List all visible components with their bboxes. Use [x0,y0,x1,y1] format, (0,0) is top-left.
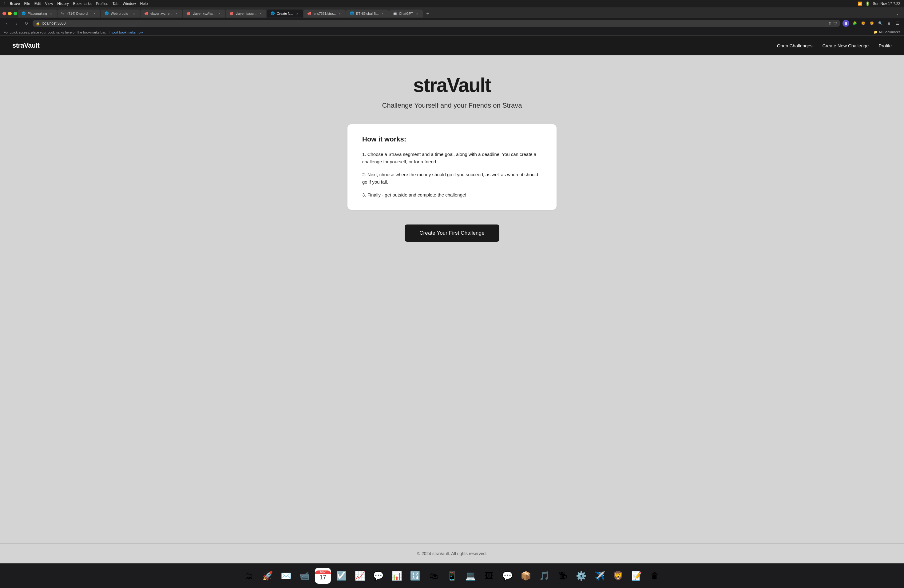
menu-help[interactable]: Help [140,2,148,6]
how-it-works-card: How it works: 1. Choose a Strava segment… [348,124,556,210]
navbar-brand[interactable]: straVault [12,41,40,49]
dock-app-numbers[interactable]: 🔢 [407,568,423,584]
menu-tab[interactable]: Tab [112,2,119,6]
how-it-works-title: How it works: [362,135,542,143]
brave-shield-icon[interactable]: 🦁 [860,20,866,27]
tab-close-icon[interactable]: × [217,11,221,16]
bookmarks-bar-text: For quick access, place your bookmarks h… [4,30,106,34]
new-tab-button[interactable]: + [424,9,432,18]
address-bar-row: ‹ › ↻ 🔒 localhost:3000 ⬆ 🛡 S 🧩 🦁 🦁 🔍 ⊟ ☰ [0,18,904,29]
dock-app-brave[interactable]: 🦁 [610,568,626,584]
dock-app-finder[interactable]: 🗂 [241,568,257,584]
tab-label: ChatGPT [399,12,413,15]
dock-app-keka[interactable]: 🗜 [555,568,571,584]
browser-tab[interactable]: 🌐 Placemaking × [18,9,57,17]
menu-history[interactable]: History [57,2,69,6]
browser-tab-active[interactable]: 🌐 Create N... × [267,9,303,17]
dock-app-reminders[interactable]: ☑️ [333,568,349,584]
menu-edit[interactable]: Edit [35,2,41,6]
dock-app-transloader[interactable]: 📦 [518,568,534,584]
dock-app-keynote[interactable]: 📊 [389,568,405,584]
menu-view[interactable]: View [45,2,53,6]
tab-favicon: 🌐 [22,11,26,16]
dock-app-launchpad[interactable]: 🚀 [259,568,275,584]
search-icon[interactable]: 🔍 [877,20,884,27]
tab-label: vlayer-xyz/ha... [193,12,215,15]
tab-label: ETHGlobal B... [356,12,379,15]
profile-icon[interactable]: S [842,20,849,27]
dock-app-notes[interactable]: 📝 [629,568,645,584]
tab-label: tms7331/stra... [313,12,336,15]
menu-file[interactable]: File [24,2,30,6]
dock-app-mail[interactable]: ✉️ [278,568,294,584]
menu-window[interactable]: Window [123,2,136,6]
tab-close-icon[interactable]: × [258,11,262,16]
traffic-light-red[interactable] [2,12,6,15]
dock-app-trash[interactable]: 🗑 [647,568,663,584]
sidebar-icon[interactable]: ⊟ [885,20,892,27]
hero-title: straVault [413,74,491,96]
footer-text: © 2024 straVault. All rights reserved. [417,551,487,556]
tab-close-icon[interactable]: × [174,11,179,16]
back-button[interactable]: ‹ [3,20,11,27]
browser-tab[interactable]: 🐙 vlayer-xyz/ha... × [183,9,225,17]
extensions-icon[interactable]: 🧩 [851,20,858,27]
address-bar[interactable]: 🔒 localhost:3000 ⬆ 🛡 [33,20,840,27]
menu-profiles[interactable]: Profiles [96,2,108,6]
dock-app-calendar[interactable]: NOV 17 [315,568,331,584]
dock-app-facetime[interactable]: 📹 [296,568,312,584]
forward-button[interactable]: › [13,20,20,27]
profile-link[interactable]: Profile [879,43,892,48]
dock-app-iphone-mirror[interactable]: 📱 [444,568,460,584]
browser-tab[interactable]: 🗨 (714) Discord... × [57,9,100,17]
traffic-light-yellow[interactable] [8,12,12,15]
shield-icon[interactable]: 🛡 [833,21,837,25]
tab-close-icon[interactable]: × [295,11,299,16]
traffic-light-green[interactable] [14,12,17,15]
reload-button[interactable]: ↻ [23,20,30,27]
dock-app-spotify[interactable]: 🎵 [536,568,552,584]
app-wrapper: straVault Open Challenges Create New Cha… [0,36,904,563]
dock-app-system-prefs[interactable]: ⚙️ [573,568,589,584]
menu-icon[interactable]: ☰ [894,20,901,27]
tab-close-icon[interactable]: × [132,11,136,16]
import-bookmarks-link[interactable]: Import bookmarks now... [109,30,145,34]
address-bar-actions: ⬆ 🛡 [828,21,837,25]
toolbar-right: S 🧩 🦁 🦁 🔍 ⊟ ☰ [842,20,901,27]
dock-bar: 🗂 🚀 ✉️ 📹 NOV 17 ☑️ 📈 💬 📊 🔢 🛍 📱 💻 🖼 💬 📦 🎵… [0,563,904,588]
tab-favicon: 🐙 [144,11,149,16]
dock-app-slack[interactable]: 💬 [499,568,515,584]
how-it-works-step-1: 1. Choose a Strava segment and a time go… [362,151,542,166]
tab-close-icon[interactable]: × [381,11,385,16]
create-first-challenge-button[interactable]: Create Your First Challenge [405,224,499,242]
main-content: straVault Challenge Yourself and your Fr… [0,55,904,544]
tab-label: Placemaking [28,12,47,15]
create-new-challenge-link[interactable]: Create New Challenge [822,43,869,48]
dock-app-markets[interactable]: 📈 [352,568,368,584]
apple-logo-icon:  [4,1,5,6]
status-date: Sun Nov 17 7:22 [873,2,900,6]
browser-tab[interactable]: 🐙 vlayer-xyz re... × [141,9,182,17]
tab-close-icon[interactable]: × [92,11,96,16]
dock-app-appstore[interactable]: 🛍 [425,568,441,584]
brave-rewards-icon[interactable]: 🦁 [868,20,875,27]
tab-close-icon[interactable]: × [338,11,342,16]
dock-app-telegram[interactable]: ✈️ [592,568,608,584]
share-icon[interactable]: ⬆ [828,21,831,25]
browser-tab[interactable]: 🤖 ChatGPT × [389,9,423,17]
browser-tab[interactable]: 🐙 vlayer-js/src... × [226,9,266,17]
tab-close-icon[interactable]: × [415,11,419,16]
navbar: straVault Open Challenges Create New Cha… [0,36,904,55]
menu-bookmarks[interactable]: Bookmarks [73,2,92,6]
all-bookmarks-label[interactable]: 📁 All Bookmarks [874,30,900,34]
tab-overflow-button[interactable]: ⌄ [893,10,902,17]
browser-tab[interactable]: 🐙 tms7331/stra... × [303,9,346,17]
tab-label: vlayer-xyz re... [150,12,172,15]
browser-tab[interactable]: 🌐 Web proofs - × [101,9,140,17]
dock-app-terminal[interactable]: 💻 [463,568,479,584]
dock-app-preview[interactable]: 🖼 [481,568,497,584]
tab-close-icon[interactable]: × [49,11,53,16]
browser-tab[interactable]: 🌐 ETHGlobal B... × [346,9,388,17]
dock-app-messages[interactable]: 💬 [370,568,386,584]
open-challenges-link[interactable]: Open Challenges [777,43,813,48]
